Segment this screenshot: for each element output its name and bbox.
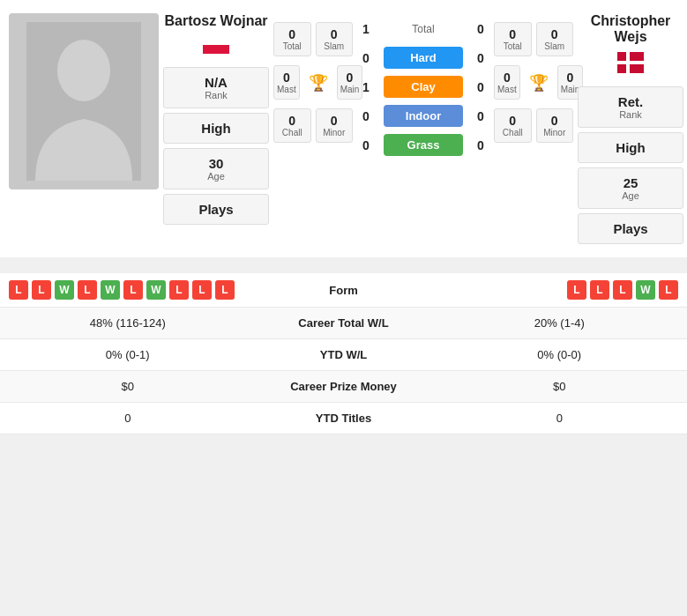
form-badge-p1: L <box>215 280 235 300</box>
form-badge-p1: W <box>101 280 120 300</box>
player1-rank-box: N/A Rank <box>163 67 269 108</box>
player1-plays-box: Plays <box>163 194 269 225</box>
bottom-section: LLWLWLWLLL Form LLLWL 48% (116-124)Caree… <box>0 273 687 434</box>
player1-total-cell: 0 Total <box>273 22 311 56</box>
player1-photo <box>9 13 159 189</box>
p2-clay-score: 0 <box>472 80 489 94</box>
svg-point-1 <box>57 40 110 101</box>
player2-plays-label: Plays <box>587 221 674 236</box>
player1-rank-value: N/A <box>173 75 259 90</box>
player1-minor-cell: 0 Minor <box>316 108 354 143</box>
player1-total-score: 1 <box>357 22 375 36</box>
player2-age-box: 25 Age <box>578 167 683 209</box>
form-badge-p2: L <box>567 280 586 300</box>
stats-left: 0 <box>0 403 256 434</box>
stats-left: 48% (116-124) <box>0 308 256 338</box>
form-label: Form <box>256 284 432 297</box>
top-section: Bartosz Wojnar N/A Rank High 30 Age Play… <box>0 0 687 257</box>
player2-high-value: High <box>587 140 674 155</box>
form-badge-p2: L <box>590 280 609 300</box>
stats-row: $0Career Prize Money$0 <box>0 371 687 403</box>
stats-center: Career Prize Money <box>256 371 432 402</box>
total-label: Total <box>384 23 463 35</box>
player2-slam-cell: 0 Slam <box>536 22 574 56</box>
p1-hard-score: 0 <box>357 51 375 65</box>
player2-name: Christopher Wejs <box>578 13 683 45</box>
player2-rank-box: Ret. Rank <box>578 86 683 128</box>
player1-high-box: High <box>163 113 269 144</box>
stats-right: 20% (1-4) <box>432 308 688 338</box>
grass-row: 0 Grass 0 <box>357 134 489 156</box>
stats-row: 0% (0-1)YTD W/L0% (0-0) <box>0 339 687 371</box>
player2-mast-cell: 0 Mast <box>494 65 520 100</box>
form-badge-p1: L <box>169 280 189 300</box>
player1-flag <box>203 36 229 56</box>
svg-rect-3 <box>203 45 229 54</box>
player2-age-value: 25 <box>587 175 674 190</box>
stats-left: 0% (0-1) <box>0 339 256 370</box>
form-badge-p2: W <box>636 280 655 300</box>
player1-mast-cell: 0 Mast <box>273 65 300 100</box>
player1-rank-label: Rank <box>173 90 259 100</box>
stats-center: YTD W/L <box>256 339 432 370</box>
form-badge-p2: L <box>613 280 632 300</box>
form-badge-p2: L <box>659 280 678 300</box>
hard-badge: Hard <box>384 47 463 69</box>
form-badge-p1: L <box>32 280 51 300</box>
player2-mast-row: 0 Mast 🏆 0 Main <box>494 65 573 100</box>
form-badge-p1: L <box>9 280 28 300</box>
p2-indoor-score: 0 <box>472 109 489 123</box>
player1-total-slam-row: 0 Total 0 Slam <box>273 22 353 56</box>
player2-total-score: 0 <box>472 22 489 36</box>
form-badge-p1: L <box>192 280 212 300</box>
p1-grass-score: 0 <box>357 138 375 152</box>
player1-age-value: 30 <box>173 156 259 171</box>
p2-grass-score: 0 <box>472 138 489 152</box>
player1-age-box: 30 Age <box>163 148 269 189</box>
player2-high-box: High <box>578 132 683 163</box>
indoor-row: 0 Indoor 0 <box>357 105 489 127</box>
player2-chall-cell: 0 Chall <box>494 108 532 143</box>
trophy2-icon: 🏆 <box>529 73 549 93</box>
stats-row: 48% (116-124)Career Total W/L20% (1-4) <box>0 308 687 339</box>
p2-hard-score: 0 <box>472 51 489 65</box>
player2-title-stats: 0 Total 0 Slam 0 Mast 🏆 0 Main 0 <box>494 13 573 249</box>
trophy-icon: 🏆 <box>309 73 328 93</box>
player2-rank-label: Rank <box>587 109 674 120</box>
stats-center: Career Total W/L <box>256 308 432 338</box>
player2-total-slam-row: 0 Total 0 Slam <box>494 22 573 56</box>
p1-clay-score: 1 <box>357 80 375 94</box>
player1-name: Bartosz Wojnar <box>164 13 267 29</box>
player1-high-value: High <box>173 121 259 136</box>
stats-row: 0YTD Titles0 <box>0 403 687 434</box>
hard-row: 0 Hard 0 <box>357 47 489 69</box>
player2-age-label: Age <box>587 190 674 201</box>
player1-form: LLWLWLWLLL <box>9 280 256 300</box>
form-badge-p1: W <box>55 280 74 300</box>
player1-plays-label: Plays <box>173 202 259 217</box>
player2-total-cell: 0 Total <box>494 22 532 56</box>
form-row: LLWLWLWLLL Form LLLWL <box>0 273 687 308</box>
player2-plays-box: Plays <box>578 213 683 244</box>
clay-row: 1 Clay 0 <box>357 76 489 98</box>
player2-rank-value: Ret. <box>587 94 674 109</box>
indoor-badge: Indoor <box>384 105 463 127</box>
surface-stats: 1 Total 0 0 Hard 0 1 Clay 0 0 Indoor 0 0… <box>357 13 489 249</box>
player2-trophy: 🏆 <box>525 65 553 100</box>
player1-slam-cell: 0 Slam <box>316 22 354 56</box>
player1-chall-cell: 0 Chall <box>273 108 311 143</box>
player1-chall-row: 0 Chall 0 Minor <box>273 108 353 143</box>
player1-title-stats: 0 Total 0 Slam 0 Mast 🏆 0 Main 0 <box>273 13 353 249</box>
stats-right: 0 <box>432 403 688 434</box>
p1-indoor-score: 0 <box>357 109 375 123</box>
grass-badge: Grass <box>384 134 463 156</box>
total-row: 1 Total 0 <box>357 22 489 36</box>
svg-rect-2 <box>203 36 229 45</box>
section-gap <box>0 257 687 264</box>
player2-form: LLLWL <box>432 280 679 300</box>
player2-minor-cell: 0 Minor <box>536 108 574 143</box>
player1-trophy: 🏆 <box>304 65 332 100</box>
player1-mast-row: 0 Mast 🏆 0 Main <box>273 65 353 100</box>
player2-flag <box>617 52 644 76</box>
stats-right: $0 <box>432 371 688 402</box>
